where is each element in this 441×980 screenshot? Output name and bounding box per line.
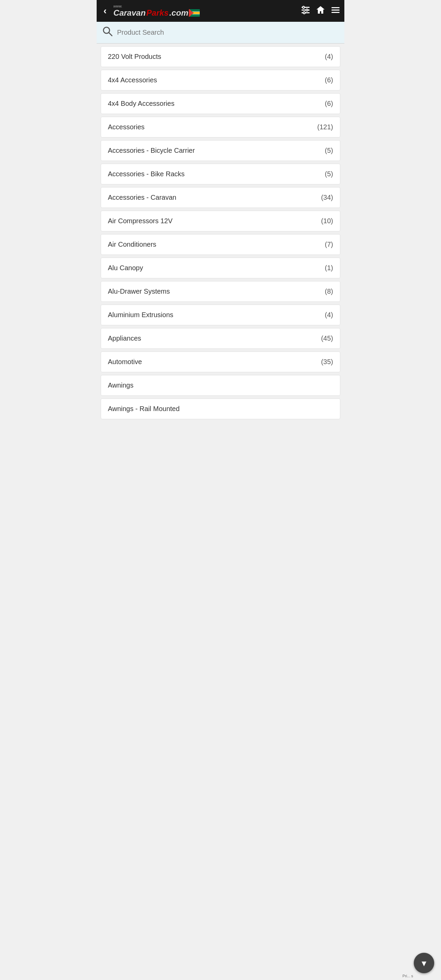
category-name: Accessories - Bike Racks <box>108 170 185 178</box>
south-africa-flag <box>189 9 200 17</box>
category-count: (45) <box>321 334 333 342</box>
category-count: (4) <box>325 53 333 60</box>
category-name: Air Compressors 12V <box>108 217 172 225</box>
svg-point-9 <box>302 6 304 8</box>
category-item[interactable]: 4x4 Body Accessories(6) <box>101 93 340 114</box>
category-name: 4x4 Body Accessories <box>108 100 175 108</box>
category-count: (6) <box>325 76 333 84</box>
search-icon <box>102 26 113 39</box>
category-count: (121) <box>317 123 333 131</box>
category-name: 220 Volt Products <box>108 53 161 60</box>
svg-rect-14 <box>331 12 340 13</box>
category-item[interactable]: Automotive(35) <box>101 352 340 372</box>
logo-dotcom-text: .com <box>169 8 188 18</box>
back-icon: ‹ <box>103 5 107 16</box>
category-count: (7) <box>325 240 333 248</box>
svg-point-10 <box>306 9 308 11</box>
logo-brand: Caravan Parks .com <box>113 8 297 18</box>
category-item[interactable]: Awnings - Rail Mounted <box>101 398 340 419</box>
category-name: Accessories - Caravan <box>108 194 176 202</box>
category-count: (5) <box>325 147 333 154</box>
category-name: Alu-Drawer Systems <box>108 288 170 295</box>
category-item[interactable]: Air Compressors 12V(10) <box>101 211 340 231</box>
category-item[interactable]: Accessories - Bicycle Carrier(5) <box>101 140 340 161</box>
header: ‹ www. Caravan Parks .com <box>97 0 344 22</box>
category-item[interactable]: Accessories - Caravan(34) <box>101 187 340 208</box>
category-name: Appliances <box>108 334 141 342</box>
category-count: (35) <box>321 358 333 366</box>
category-count: (6) <box>325 100 333 108</box>
category-item[interactable]: Accessories - Bike Racks(5) <box>101 164 340 185</box>
category-item[interactable]: 220 Volt Products(4) <box>101 46 340 67</box>
category-name: Air Conditioners <box>108 240 156 248</box>
category-count: (10) <box>321 217 333 225</box>
category-item[interactable]: Awnings <box>101 375 340 396</box>
category-item[interactable]: 4x4 Accessories(6) <box>101 70 340 91</box>
logo-url-text: www. <box>113 4 297 8</box>
category-list: 220 Volt Products(4)4x4 Accessories(6)4x… <box>97 43 344 422</box>
category-name: Alu Canopy <box>108 264 143 272</box>
category-item[interactable]: Accessories(121) <box>101 117 340 137</box>
search-bar <box>97 22 344 43</box>
logo-parks-text: Parks <box>146 8 169 18</box>
category-count: (5) <box>325 170 333 178</box>
category-name: Automotive <box>108 358 142 366</box>
category-name: Awnings - Rail Mounted <box>108 405 180 413</box>
back-button[interactable]: ‹ <box>101 4 109 18</box>
menu-icon[interactable] <box>331 5 340 17</box>
svg-rect-13 <box>331 10 340 11</box>
category-item[interactable]: Aluminium Extrusions(4) <box>101 305 340 325</box>
category-count: (4) <box>325 311 333 319</box>
logo-caravan-text: Caravan <box>113 8 146 18</box>
svg-line-16 <box>109 33 112 36</box>
header-icons-group <box>301 5 340 17</box>
category-name: 4x4 Accessories <box>108 76 157 84</box>
svg-rect-12 <box>331 7 340 8</box>
category-count: (1) <box>325 264 333 272</box>
svg-point-11 <box>303 12 305 14</box>
category-item[interactable]: Alu Canopy(1) <box>101 258 340 278</box>
category-name: Aluminium Extrusions <box>108 311 173 319</box>
search-input[interactable] <box>117 29 339 37</box>
category-item[interactable]: Appliances(45) <box>101 328 340 349</box>
category-name: Accessories <box>108 123 145 131</box>
category-item[interactable]: Air Conditioners(7) <box>101 234 340 255</box>
category-count: (34) <box>321 194 333 202</box>
category-item[interactable]: Alu-Drawer Systems(8) <box>101 281 340 302</box>
category-count: (8) <box>325 288 333 295</box>
category-name: Awnings <box>108 382 134 389</box>
home-icon[interactable] <box>316 5 325 17</box>
logo-container: www. Caravan Parks .com <box>113 4 297 18</box>
category-name: Accessories - Bicycle Carrier <box>108 147 195 154</box>
filter-icon[interactable] <box>301 5 310 17</box>
